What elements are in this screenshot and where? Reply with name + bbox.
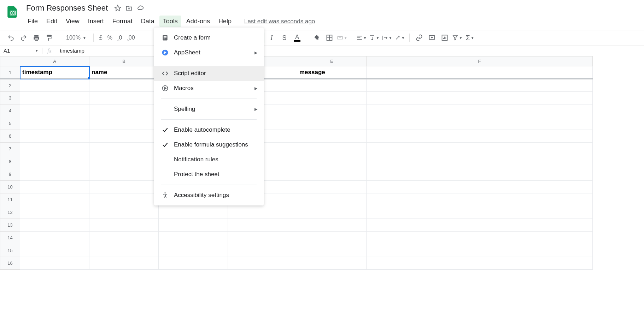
col-header-f[interactable]: F [367, 56, 593, 66]
insert-chart-button[interactable] [439, 32, 450, 43]
menu-data[interactable]: Data [137, 16, 158, 27]
cell[interactable] [89, 168, 159, 181]
cell[interactable] [297, 193, 367, 206]
cell[interactable] [367, 257, 593, 270]
menu-item-accessibility[interactable]: Accessibility settings [154, 188, 264, 203]
cell[interactable] [89, 232, 159, 244]
borders-button[interactable] [324, 32, 335, 43]
cell[interactable] [367, 193, 593, 206]
print-icon[interactable] [31, 32, 42, 43]
cell[interactable] [89, 257, 159, 270]
menu-item-create-form[interactable]: Create a form [154, 30, 264, 45]
menu-item-appsheet[interactable]: AppSheet ▶ [154, 45, 264, 60]
strikethrough-button[interactable]: S [279, 32, 290, 43]
fill-color-button[interactable] [311, 32, 322, 43]
cell[interactable] [20, 92, 89, 104]
cell[interactable] [297, 117, 367, 130]
insert-comment-button[interactable] [427, 32, 437, 43]
text-wrap-button[interactable]: ▼ [382, 32, 392, 43]
cell[interactable] [228, 244, 297, 257]
row-header[interactable]: 7 [0, 143, 20, 155]
menu-file[interactable]: File [24, 16, 41, 27]
increase-decimal-button[interactable]: .00→ [125, 35, 136, 41]
functions-button[interactable]: Σ▼ [465, 32, 475, 43]
menu-item-autocomplete[interactable]: Enable autocomplete [154, 122, 264, 137]
row-header[interactable]: 11 [0, 193, 20, 206]
cell[interactable] [89, 92, 159, 104]
menu-edit[interactable]: Edit [43, 16, 61, 27]
sheets-logo[interactable] [6, 4, 20, 18]
currency-button[interactable]: £ [98, 35, 104, 41]
cell[interactable] [297, 92, 367, 104]
cell-b1[interactable]: name [89, 66, 159, 79]
cell[interactable] [297, 143, 367, 155]
col-header-e[interactable]: E [297, 56, 367, 66]
cell[interactable] [20, 232, 89, 244]
cell[interactable] [159, 257, 228, 270]
cell[interactable] [367, 130, 593, 143]
select-all-corner[interactable] [0, 56, 20, 66]
italic-button[interactable]: I [267, 32, 277, 43]
cell[interactable] [367, 155, 593, 168]
cell[interactable] [228, 219, 297, 232]
cell[interactable] [20, 168, 89, 181]
cell[interactable] [89, 117, 159, 130]
cell[interactable] [159, 244, 228, 257]
cell[interactable] [89, 79, 159, 92]
cell[interactable] [89, 143, 159, 155]
document-title[interactable]: Form Responses Sheet [24, 3, 110, 13]
last-edit-link[interactable]: Last edit was seconds ago [244, 18, 315, 25]
cell[interactable] [20, 79, 89, 92]
cell[interactable] [89, 244, 159, 257]
row-header[interactable]: 3 [0, 92, 20, 104]
cell[interactable] [367, 104, 593, 117]
cell[interactable] [89, 219, 159, 232]
row-header[interactable]: 12 [0, 206, 20, 219]
menu-item-macros[interactable]: Macros ▶ [154, 81, 264, 96]
cell-f1[interactable] [367, 66, 593, 79]
cell[interactable] [297, 79, 367, 92]
cell[interactable] [20, 104, 89, 117]
row-header[interactable]: 16 [0, 257, 20, 270]
cell[interactable] [159, 219, 228, 232]
text-color-button[interactable]: A [292, 32, 303, 43]
cloud-status-icon[interactable] [137, 5, 144, 12]
cell[interactable] [367, 181, 593, 193]
row-header[interactable]: 10 [0, 181, 20, 193]
cell[interactable] [159, 206, 228, 219]
cell[interactable] [89, 193, 159, 206]
cell[interactable] [20, 155, 89, 168]
undo-icon[interactable] [6, 32, 16, 43]
cell[interactable] [367, 244, 593, 257]
cell[interactable] [367, 79, 593, 92]
cell[interactable] [367, 117, 593, 130]
percent-button[interactable]: % [106, 35, 114, 41]
cell[interactable] [228, 206, 297, 219]
menu-help[interactable]: Help [215, 16, 235, 27]
row-header[interactable]: 5 [0, 117, 20, 130]
selection-handle[interactable] [88, 77, 90, 79]
filter-button[interactable]: ▼ [452, 32, 463, 43]
cell[interactable] [159, 232, 228, 244]
cell[interactable] [89, 104, 159, 117]
cell[interactable] [297, 219, 367, 232]
row-header[interactable]: 8 [0, 155, 20, 168]
cell-e1[interactable]: message [297, 66, 367, 79]
col-header-a[interactable]: A [20, 56, 89, 66]
cell[interactable] [228, 257, 297, 270]
row-header-1[interactable]: 1 [0, 66, 20, 79]
star-icon[interactable] [114, 5, 121, 12]
cell[interactable] [20, 206, 89, 219]
cell[interactable] [297, 168, 367, 181]
cell[interactable] [20, 143, 89, 155]
menu-item-notification-rules[interactable]: Notification rules [154, 152, 264, 167]
cell[interactable] [297, 155, 367, 168]
cell[interactable] [20, 130, 89, 143]
cell[interactable] [89, 130, 159, 143]
cell[interactable] [20, 181, 89, 193]
cell[interactable] [89, 155, 159, 168]
menu-item-spelling[interactable]: Spelling ▶ [154, 102, 264, 116]
cell[interactable] [367, 219, 593, 232]
row-header[interactable]: 15 [0, 244, 20, 257]
cell[interactable] [367, 206, 593, 219]
